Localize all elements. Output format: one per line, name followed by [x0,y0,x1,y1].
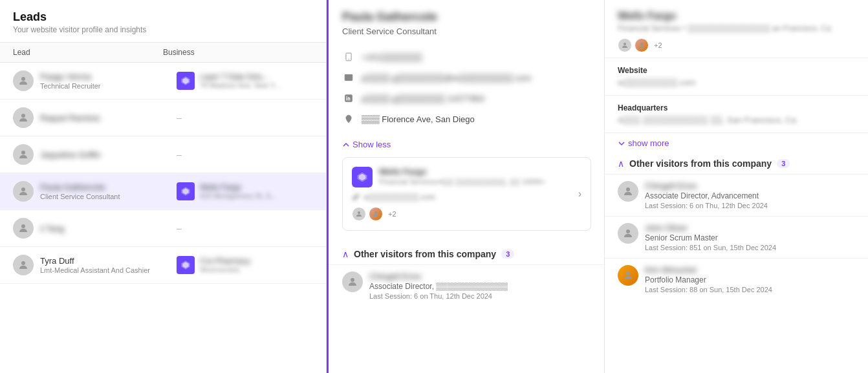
show-more-toggle[interactable]: show more [605,133,868,151]
phone-icon [342,50,355,63]
contact-details: +161▒▒▒▒▒▒▒ p▒▒▒▒.g▒▒▒▒▒▒▒▒@w▒▒▒▒▒▒▒▒▒.c… [327,39,604,137]
lead-name: ii Tang [40,224,177,233]
headquarters-value: 4▒▒▒ ▒▒▒▒▒▒▒▒▒▒▒ ▒▒, San Francisco, Ca [618,115,855,125]
lead-name: Jaqueline Griffin [40,150,177,160]
right-visitors-count: 3 [777,159,790,168]
leads-panel: Leads Your website visitor profile and i… [0,0,327,373]
middle-visitors-list: Chingell Enns Associate Director, ▒▒▒▒▒▒… [327,264,604,306]
right-visitor-role: Senior Scrum Master [645,233,855,242]
right-visitor-info: Chingell Enns Associate Director, Advanc… [645,181,855,209]
visitor-session: Last Session: 6 on Thu, 12th Dec 2024 [369,292,589,300]
business-info: – [177,149,313,160]
visitor-row[interactable]: Chingell Enns Associate Director, ▒▒▒▒▒▒… [327,264,604,306]
visitor-role: Associate Director, ▒▒▒▒▒▒▒▒▒▒▒▒▒ [369,282,589,291]
business-info: Wells Fargo 420 Montgomery St, S... [177,182,313,200]
right-visitor-row[interactable]: Chingell Enns Associate Director, Advanc… [605,174,868,216]
svg-point-5 [21,187,25,191]
middle-panel: Paula Gathercole Client Service Consulta… [327,0,605,373]
other-visitors-section-header-middle[interactable]: ∧ Other visitors from this company 3 [327,241,604,264]
lead-role: Client Service Consultant [40,193,177,200]
svg-point-4 [21,151,25,155]
svg-point-21 [351,278,354,282]
lead-row[interactable]: Raquel Ramirez– [0,100,326,136]
svg-point-26 [626,272,630,275]
svg-point-16 [348,117,350,119]
right-visitors-title: Other visitors from this company [629,158,772,169]
location-icon [342,112,355,125]
right-company-meta: Financial Services • ▒▒▒▒▒▒▒▒▒▒▒▒▒▒▒ an … [618,24,855,33]
right-company-name: Wells Fargo [618,10,676,22]
lead-name: Paula Gathercole [40,182,177,192]
business-info: – [177,223,313,233]
website-value: w▒▒▒▒▒▒▒▒▒.com [618,78,855,87]
lead-row[interactable]: Paula GathercoleClient Service Consultan… [0,173,326,210]
svg-point-25 [626,229,630,233]
visitor-info: Chingell Enns Associate Director, ▒▒▒▒▒▒… [369,272,589,300]
website-section: Website w▒▒▒▒▒▒▒▒▒.com [605,58,868,96]
lead-row[interactable]: Paagu VermaTechnical Recruiter Layer T D… [0,63,326,100]
svg-point-19 [358,211,360,214]
leads-header: Leads Your website visitor profile and i… [0,0,326,43]
company-card-name: Wells Fargo [379,167,581,176]
table-header: Lead Business [0,43,326,63]
show-less-label: Show less [353,140,391,149]
company-card[interactable]: Wells Fargo Financial Services•4▒▒ ▒▒▒▒▒… [342,157,591,231]
mini-avatar-2 [369,207,383,221]
svg-point-24 [626,187,630,191]
visitor-name: Chingell Enns [369,272,589,281]
lead-row[interactable]: ii Tang– [0,210,326,247]
phone-row: +161▒▒▒▒▒▒▒ [342,47,589,67]
company-card-meta: Financial Services•4▒▒ ▒▒▒▒▒▒▒▒▒▒, ▒▒ 10… [379,178,581,186]
right-visitors-header[interactable]: ∧ Other visitors from this company 3 [605,151,868,174]
company-logo [352,167,373,187]
business-info: Cvs Pharmacy Woonsocket, [177,256,313,274]
lead-row[interactable]: Tyra DuffLmt-Medical Assistant And Cashi… [0,247,326,284]
lead-info: Paula GathercoleClient Service Consultan… [40,182,177,200]
leads-title: Leads [13,10,313,24]
svg-point-8 [21,224,25,228]
lead-avatar [13,218,34,239]
headquarters-label: Headquarters [618,103,855,112]
lead-row[interactable]: Jaqueline Griffin– [0,136,326,173]
business-addr: 420 Montgomery St, S... [200,192,277,200]
lead-info: Raquel Ramirez [40,113,177,123]
lead-name: Raquel Ramirez [40,113,177,123]
lead-avatar [13,107,34,128]
lead-avatar [13,144,34,165]
right-company-avatars: +2 [618,38,855,52]
business-name: Wells Fargo [200,183,277,192]
business-details: Cvs Pharmacy Woonsocket, [200,257,250,273]
col-business-header: Business [163,48,313,57]
right-mini-avatar-2 [635,38,649,52]
right-visitor-avatar [618,265,638,286]
right-panel: Wells Fargo Financial Services • ▒▒▒▒▒▒▒… [605,0,868,373]
right-visitor-name: Chingell Enns [645,181,697,191]
lead-name: Tyra Duff [40,256,177,266]
right-visitor-session: Last Session: 88 on Sun, 15th Dec 2024 [645,286,855,293]
linkedin-row: p▒▒▒▒.g▒▒▒▒▒▒▒▒ 14377964 [342,88,589,109]
right-visitor-row[interactable]: Kim Winuchel Portfolio Manager Last Sess… [605,258,868,300]
svg-point-20 [374,211,377,214]
right-visitor-role: Associate Director, Advancement [645,191,855,200]
svg-point-3 [21,114,25,118]
avatar-count: +2 [388,210,396,218]
no-business-dash: – [177,112,182,123]
lead-avatar [13,181,34,202]
lead-name: Paagu Verma [40,72,177,81]
lead-role: Technical Recruiter [40,82,177,90]
address-value: ▒▒▒ Florence Ave, San Diego [362,114,475,124]
show-more-label: show more [628,138,669,148]
linkedin-icon [342,92,355,105]
right-company-header: Wells Fargo Financial Services • ▒▒▒▒▒▒▒… [605,0,868,58]
right-visitor-session: Last Session: 6 on Thu, 12th Dec 2024 [645,202,855,209]
email-value: p▒▒▒▒.g▒▒▒▒▒▒▒▒@w▒▒▒▒▒▒▒▒▒.com [362,73,531,83]
right-visitor-row[interactable]: John Oliver Senior Scrum Master Last Ses… [605,216,868,258]
svg-point-9 [21,261,25,265]
show-less-toggle[interactable]: Show less [342,137,604,157]
contact-header: Paula Gathercole Client Service Consulta… [327,0,604,39]
email-icon [342,71,355,84]
company-card-avatars: +2 [352,207,581,221]
right-visitors-list: Chingell Enns Associate Director, Advanc… [605,174,868,300]
lead-role: Lmt-Medical Assistant And Cashier [40,266,177,274]
no-business-dash: – [177,223,182,233]
